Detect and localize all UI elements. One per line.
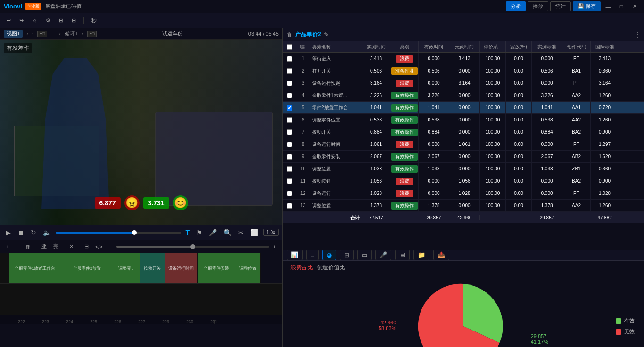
- table-row[interactable]: 9 全取零件安装 2.067 有效操作 2.067 0.000 100.00 0…: [283, 151, 644, 163]
- row-checkbox-13[interactable]: [283, 200, 296, 211]
- progress-bar[interactable]: [56, 232, 181, 234]
- stats-button[interactable]: 统计: [550, 1, 571, 11]
- cut-button[interactable]: ✂: [236, 229, 246, 236]
- row-checkbox-5[interactable]: [283, 102, 296, 113]
- row-checkbox-10[interactable]: [283, 163, 296, 175]
- row-checkbox-4[interactable]: [283, 89, 296, 101]
- close-button[interactable]: ✕: [629, 1, 640, 11]
- row-check-1[interactable]: [287, 56, 292, 62]
- nav-prev[interactable]: ‹: [26, 31, 28, 37]
- row-check-10[interactable]: [287, 166, 292, 172]
- table-edit-button[interactable]: ✎: [324, 32, 329, 38]
- minimize-button[interactable]: —: [603, 1, 614, 11]
- row-checkbox-11[interactable]: [283, 175, 296, 187]
- speed-button[interactable]: 1.0x: [263, 229, 279, 236]
- bar-chart-button[interactable]: 📊: [287, 250, 303, 260]
- grid-view-button[interactable]: ⊞: [56, 16, 66, 24]
- label-a-button[interactable]: 亚: [39, 242, 49, 250]
- row-check-12[interactable]: [287, 191, 292, 196]
- row-check-11[interactable]: [287, 178, 292, 184]
- row-check-9[interactable]: [287, 154, 292, 160]
- delete-button[interactable]: 🗑: [23, 243, 33, 250]
- add-element-button[interactable]: +: [4, 243, 11, 250]
- marker-button[interactable]: ⚑: [194, 229, 204, 236]
- split-view-button[interactable]: ⊟: [69, 16, 79, 24]
- table-row[interactable]: 6 调整零件位置 0.538 有效操作 0.538 0.000 100.00 0…: [283, 114, 644, 126]
- zoom-in-button[interactable]: 🔍: [222, 229, 233, 236]
- table-row[interactable]: 4 全取零件1放置... 3.226 有效操作 3.226 0.000 100.…: [283, 89, 644, 102]
- add-loop-button[interactable]: +□: [87, 31, 97, 37]
- text-button[interactable]: T: [184, 229, 192, 236]
- row-check-7[interactable]: [287, 129, 292, 135]
- duration-button[interactable]: 秒: [89, 16, 99, 25]
- track-block-4[interactable]: 按动开关: [140, 253, 165, 283]
- table-more-button[interactable]: ⋮: [635, 32, 640, 38]
- redo-button[interactable]: ↪: [17, 16, 26, 24]
- row-checkbox-9[interactable]: [283, 151, 296, 162]
- slider-right-button[interactable]: +: [271, 243, 279, 250]
- mic-button[interactable]: 🎤: [207, 229, 219, 236]
- table-row[interactable]: 5 零件2放置工作台 1.041 有效操作 1.041 0.000 100.00…: [283, 102, 644, 114]
- slider-left-button[interactable]: −: [107, 243, 115, 250]
- row-checkbox-8[interactable]: [283, 138, 296, 150]
- maximize-button[interactable]: □: [616, 1, 627, 11]
- row-check-5[interactable]: [287, 105, 292, 111]
- table-row[interactable]: 11 按动按钮 1.056 浪费 0.000 1.056 100.00 0.00…: [283, 175, 644, 187]
- timeline-slider[interactable]: [116, 246, 269, 248]
- close-edit-button[interactable]: ✕: [67, 243, 76, 250]
- table-row[interactable]: 10 调整位置 1.033 有效操作 1.033 0.000 100.00 0.…: [283, 163, 644, 175]
- monitor-button[interactable]: 🖥: [395, 250, 410, 260]
- row-checkbox-6[interactable]: [283, 114, 296, 126]
- code-button[interactable]: </>: [93, 243, 105, 250]
- split-button[interactable]: ⊟: [82, 243, 91, 250]
- pie-chart-button[interactable]: ◕: [322, 250, 336, 260]
- print-button[interactable]: 🖨: [29, 17, 40, 24]
- row-check-4[interactable]: [287, 93, 292, 98]
- play-button[interactable]: ▶: [4, 229, 13, 236]
- row-check-2[interactable]: [287, 68, 292, 74]
- list-view-button[interactable]: ≡: [306, 250, 319, 260]
- video-chart-button[interactable]: ▭: [357, 250, 372, 260]
- nav-next[interactable]: ›: [32, 31, 34, 37]
- volume-button[interactable]: 🔈: [41, 229, 53, 236]
- remove-button[interactable]: −: [13, 243, 21, 250]
- row-check-6[interactable]: [287, 117, 292, 123]
- row-checkbox-12[interactable]: [283, 187, 296, 199]
- loop-nav-next[interactable]: ›: [82, 31, 83, 37]
- track-block-3[interactable]: 调整零...: [113, 253, 140, 283]
- table-row[interactable]: 7 按动开关 0.884 有效操作 0.884 0.000 100.00 0.0…: [283, 126, 644, 138]
- row-checkbox-1[interactable]: [283, 53, 296, 65]
- table-row[interactable]: 2 打开开关 0.506 准备作业 0.506 0.000 100.00 0.0…: [283, 65, 644, 77]
- row-checkbox-7[interactable]: [283, 126, 296, 138]
- track-block-2[interactable]: 全服零件2放置: [61, 253, 113, 283]
- loop-nav-prev[interactable]: ‹: [59, 31, 61, 37]
- folder-button[interactable]: 📁: [413, 250, 429, 260]
- table-row[interactable]: 8 设备运行时间 1.061 浪费 0.000 1.061 100.00 0.0…: [283, 138, 644, 151]
- save-button[interactable]: 💾 保存: [573, 1, 601, 11]
- undo-button[interactable]: ↩: [4, 16, 14, 24]
- stop-button[interactable]: ⏹: [16, 229, 26, 236]
- play-mode-button[interactable]: 播放: [528, 1, 548, 11]
- row-checkbox-2[interactable]: [283, 65, 296, 77]
- add-view-button[interactable]: +□: [37, 31, 47, 37]
- table-delete-button[interactable]: 🗑: [287, 32, 292, 38]
- label-b-button[interactable]: 亮: [51, 242, 61, 250]
- row-checkbox-3[interactable]: [283, 77, 296, 89]
- row-check-3[interactable]: [287, 81, 292, 86]
- track-block-6[interactable]: 全服零件安装: [198, 253, 236, 283]
- grid-chart-button[interactable]: ⊞: [340, 250, 354, 260]
- row-check-8[interactable]: [287, 142, 292, 147]
- export-chart-button[interactable]: 📤: [433, 250, 449, 260]
- analysis-button[interactable]: 分析: [506, 1, 526, 11]
- table-row[interactable]: 1 等待进入 3.413 浪费 0.000 3.413 100.00 0.00 …: [283, 53, 644, 65]
- track-block-1[interactable]: 全服零件1放置工作台: [9, 253, 61, 283]
- mic-chart-button[interactable]: 🎤: [375, 250, 391, 260]
- table-row[interactable]: 3 设备运行预起 3.164 浪费 0.000 3.164 100.00 0.0…: [283, 77, 644, 89]
- select-all-checkbox[interactable]: [287, 44, 292, 50]
- table-row[interactable]: 12 设备运行 1.028 浪费 0.000 1.028 100.00 0.00…: [283, 187, 644, 200]
- settings-button[interactable]: ⚙: [43, 16, 53, 24]
- loop-button[interactable]: ↻: [29, 229, 38, 236]
- table-row[interactable]: 13 调整位置 1.378 有效操作 1.378 0.000 100.00 0.…: [283, 200, 644, 212]
- track-block-7[interactable]: 调整位置: [236, 253, 261, 283]
- row-check-13[interactable]: [287, 203, 292, 209]
